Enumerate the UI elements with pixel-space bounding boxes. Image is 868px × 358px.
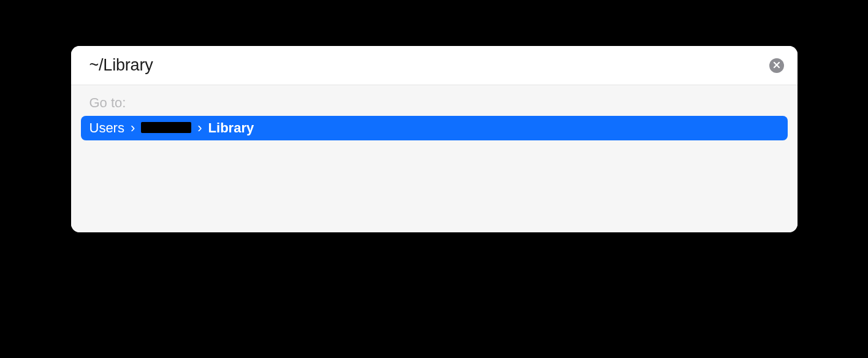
path-segment-users: Users [89, 120, 124, 136]
input-row [71, 46, 798, 85]
goto-label: Go to: [89, 95, 788, 111]
path-segment-username-redacted [141, 122, 191, 133]
results-area: Go to: Users › › Library [71, 85, 798, 232]
path-segment-library: Library [208, 120, 254, 136]
clear-button[interactable] [769, 58, 784, 73]
result-row[interactable]: Users › › Library [81, 116, 788, 140]
chevron-icon: › [131, 120, 135, 136]
close-icon [773, 60, 780, 71]
goto-folder-dialog: Go to: Users › › Library [71, 46, 798, 232]
chevron-icon: › [197, 120, 202, 136]
path-input[interactable] [89, 56, 769, 75]
